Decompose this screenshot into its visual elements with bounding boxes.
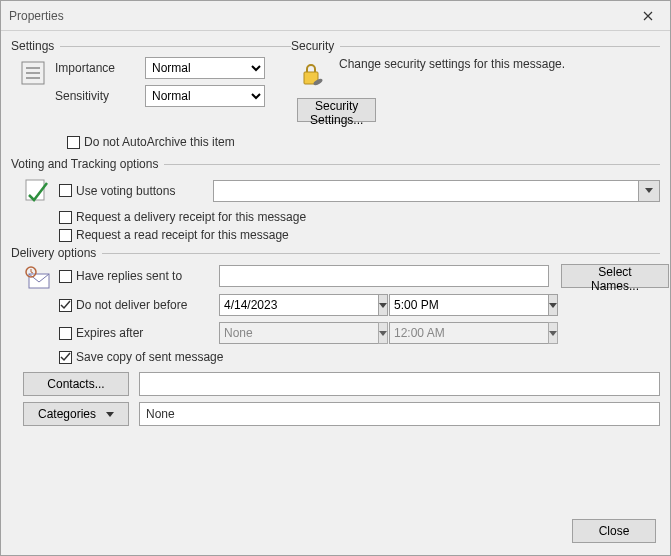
categories-button-label: Categories	[38, 407, 96, 421]
chevron-down-icon[interactable]	[548, 322, 558, 344]
properties-icon	[19, 59, 55, 90]
read-receipt-label: Request a read receipt for this message	[76, 228, 289, 242]
deliver-time-input[interactable]	[389, 294, 548, 316]
replies-checkbox[interactable]	[59, 270, 72, 283]
window-close-button[interactable]	[634, 5, 662, 27]
deliver-date-input[interactable]	[219, 294, 378, 316]
autoarchive-checkbox[interactable]	[67, 136, 80, 149]
importance-select[interactable]: Normal	[145, 57, 265, 79]
security-group: Security Change security settings for th…	[291, 39, 660, 127]
delivery-icon	[23, 266, 59, 295]
voting-buttons-combo[interactable]	[213, 180, 660, 202]
delivery-header: Delivery options	[11, 246, 96, 260]
titlebar: Properties	[1, 1, 670, 31]
expires-time-input[interactable]	[389, 322, 548, 344]
chevron-down-icon	[106, 412, 114, 417]
categories-value-text: None	[146, 407, 175, 421]
autoarchive-label: Do not AutoArchive this item	[84, 135, 235, 149]
divider	[102, 253, 660, 254]
expires-date-input[interactable]	[219, 322, 378, 344]
expires-checkbox[interactable]	[59, 327, 72, 340]
voting-header: Voting and Tracking options	[11, 157, 158, 171]
replies-input[interactable]	[219, 265, 549, 287]
deliver-date-combo[interactable]	[219, 294, 379, 316]
delivery-options-group: Delivery options	[11, 246, 660, 426]
read-receipt-checkbox[interactable]	[59, 229, 72, 242]
no-deliver-before-label: Do not deliver before	[76, 298, 187, 312]
svg-line-10	[31, 272, 33, 273]
replies-label: Have replies sent to	[76, 269, 182, 283]
chevron-down-icon[interactable]	[548, 294, 558, 316]
no-deliver-before-checkbox[interactable]	[59, 299, 72, 312]
chevron-down-icon[interactable]	[638, 180, 660, 202]
voting-buttons-input[interactable]	[213, 180, 638, 202]
contacts-button[interactable]: Contacts...	[23, 372, 129, 396]
sensitivity-select[interactable]: Normal	[145, 85, 265, 107]
save-copy-label: Save copy of sent message	[76, 350, 223, 364]
security-header: Security	[291, 39, 334, 53]
use-voting-label: Use voting buttons	[76, 184, 175, 198]
deliver-time-combo[interactable]	[389, 294, 549, 316]
voting-icon	[23, 175, 59, 206]
select-names-button[interactable]: Select Names...	[561, 264, 669, 288]
expires-time-combo[interactable]	[389, 322, 549, 344]
expires-label: Expires after	[76, 326, 143, 340]
chevron-down-icon[interactable]	[378, 294, 388, 316]
window-title: Properties	[9, 9, 634, 23]
categories-value[interactable]: None	[139, 402, 660, 426]
delivery-receipt-checkbox[interactable]	[59, 211, 72, 224]
lock-icon	[297, 59, 335, 92]
settings-header: Settings	[11, 39, 54, 53]
properties-dialog: Properties Settings	[0, 0, 671, 556]
save-copy-checkbox[interactable]	[59, 351, 72, 364]
divider	[60, 46, 291, 47]
expires-date-combo[interactable]	[219, 322, 379, 344]
security-settings-button[interactable]: Security Settings...	[297, 98, 376, 122]
security-description: Change security settings for this messag…	[339, 57, 660, 71]
divider	[340, 46, 660, 47]
divider	[164, 164, 660, 165]
delivery-receipt-label: Request a delivery receipt for this mess…	[76, 210, 306, 224]
close-icon	[643, 11, 653, 21]
chevron-down-icon[interactable]	[378, 322, 388, 344]
importance-label: Importance	[55, 61, 145, 75]
contacts-input[interactable]	[139, 372, 660, 396]
categories-button[interactable]: Categories	[23, 402, 129, 426]
sensitivity-label: Sensitivity	[55, 89, 145, 103]
settings-group: Settings Importance Normal	[11, 39, 291, 127]
use-voting-checkbox[interactable]	[59, 184, 72, 197]
close-button[interactable]: Close	[572, 519, 656, 543]
voting-tracking-group: Voting and Tracking options	[11, 157, 660, 242]
